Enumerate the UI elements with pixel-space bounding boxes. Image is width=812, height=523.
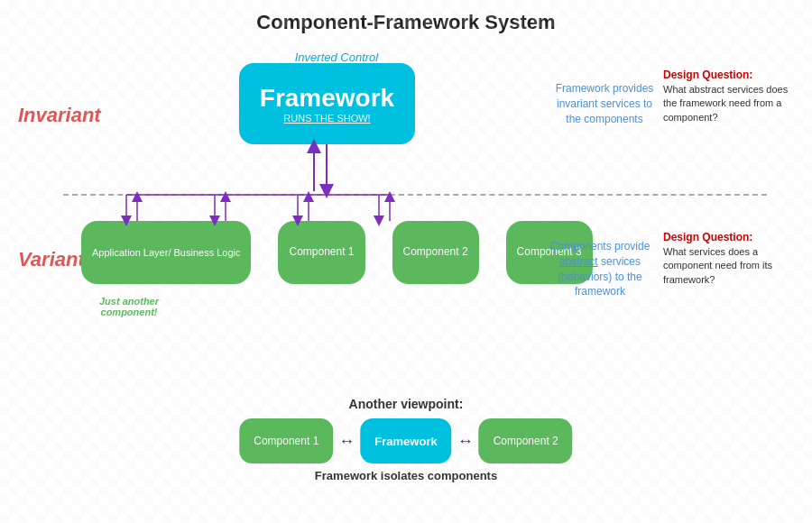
components-row: Application Layer/ Business Logic Compon…: [81, 221, 593, 284]
component-app-logic: Application Layer/ Business Logic: [81, 221, 251, 284]
right-top-text: Framework provides invariant services to…: [550, 81, 659, 126]
vp-arrow-right: ↔: [457, 432, 474, 451]
right-bottom-text: Components provide abstract services (be…: [541, 239, 659, 299]
framework-box: Framework RUNS THE SHOW!: [239, 63, 415, 144]
design-question-bottom: Design Question: What services does a co…: [663, 230, 794, 287]
vp-component-2: Component 2: [479, 418, 573, 463]
component-1: Component 1: [278, 221, 364, 284]
framework-isolates-label: Framework isolates components: [239, 469, 572, 482]
design-question-top: Design Question: What abstract services …: [663, 68, 794, 124]
vp-framework: Framework: [360, 418, 451, 463]
design-question-bottom-text: What services does a component need from…: [663, 246, 772, 285]
dashed-separator: [63, 194, 767, 196]
invariant-label: Invariant: [18, 104, 101, 127]
another-viewpoint: Another viewpoint: Component 1 ↔ Framewo…: [239, 397, 572, 482]
just-another-label: Just another component!: [84, 296, 174, 317]
viewpoint-row: Component 1 ↔ Framework ↔ Component 2: [239, 418, 572, 463]
design-question-top-text: What abstract services does the framewor…: [663, 84, 788, 123]
component-2: Component 2: [392, 221, 479, 284]
design-question-bottom-label: Design Question:: [663, 231, 752, 243]
inverted-control-label: Inverted Control: [282, 50, 391, 64]
framework-title: Framework: [260, 84, 394, 113]
vp-component-1: Component 1: [239, 418, 333, 463]
vp-arrow-left: ↔: [338, 432, 355, 451]
variant-label: Variant: [18, 248, 85, 271]
framework-subtitle: RUNS THE SHOW!: [283, 113, 370, 124]
design-question-top-label: Design Question:: [663, 69, 752, 81]
another-viewpoint-title: Another viewpoint:: [239, 397, 572, 411]
